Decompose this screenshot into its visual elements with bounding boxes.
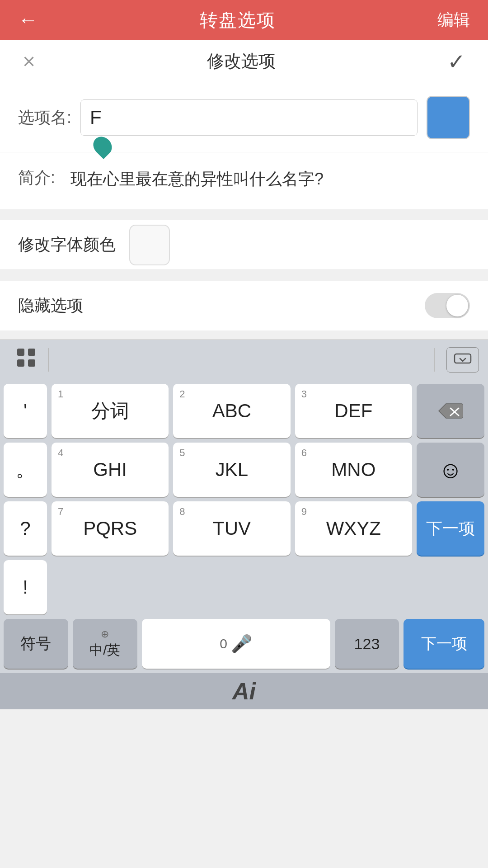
next-bottom-key-label: 下一项 (421, 633, 467, 654)
cursor-indicator (94, 136, 111, 156)
app-header: ← 转盘选项 编辑 (0, 0, 488, 40)
back-button[interactable]: ← (18, 9, 38, 31)
grid-icon[interactable] (9, 344, 43, 376)
kb-key-4[interactable]: 4 GHI (52, 443, 169, 497)
kb-key-3-num: 3 (301, 388, 307, 400)
kb-key-7[interactable]: 7 PQRS (52, 501, 169, 556)
kb-key-9-num: 9 (301, 506, 307, 518)
space-0-label: 0 (220, 636, 227, 651)
kb-key-2[interactable]: 2 ABC (173, 384, 290, 438)
close-button[interactable]: × (23, 49, 35, 74)
punct-exclaim[interactable]: ! (4, 560, 47, 614)
kb-main-row-3: 7 PQRS 8 TUV 9 WXYZ (52, 501, 412, 556)
option-name-row: 选项名: (0, 83, 488, 152)
kb-key-8-label: TUV (213, 518, 251, 539)
font-color-label: 修改字体颜色 (18, 234, 116, 256)
modal-bar: × 修改选项 ✓ (0, 40, 488, 83)
option-name-label: 选项名: (18, 107, 71, 129)
kb-key-1-label: 分词 (91, 398, 129, 424)
lang-key-label: 中/英 (89, 641, 120, 660)
svg-rect-1 (28, 349, 35, 356)
ai-bar: Ai (0, 673, 488, 709)
modal-title: 修改选项 (207, 50, 276, 73)
emoji-key[interactable]: ☺ (417, 443, 484, 497)
num-key[interactable]: 123 (335, 619, 399, 669)
description-text: 现在心里最在意的异性叫什么名字? (70, 167, 324, 191)
next-bottom-key[interactable]: 下一项 (404, 619, 484, 669)
toggle-knob (446, 295, 468, 316)
kb-key-7-label: PQRS (83, 518, 137, 539)
kb-key-3-label: DEF (334, 400, 372, 422)
hide-option-row: 隐藏选项 (0, 281, 488, 330)
keyboard: ' 。 ? ! 1 分词 2 ABC 3 (0, 379, 488, 673)
option-name-input[interactable] (80, 99, 418, 136)
kb-main-row-2: 4 GHI 5 JKL 6 MNO (52, 443, 412, 497)
font-color-row[interactable]: 修改字体颜色 (0, 220, 488, 270)
mic-icon: 🎤 (231, 634, 252, 654)
globe-icon: ⊕ (101, 628, 109, 640)
option-input-wrapper (80, 99, 418, 136)
kb-main-row-1: 1 分词 2 ABC 3 DEF (52, 384, 412, 438)
confirm-button[interactable]: ✓ (447, 49, 465, 74)
svg-rect-3 (28, 359, 35, 367)
keyboard-toolbar (0, 340, 488, 379)
kb-key-2-num: 2 (179, 388, 185, 400)
delete-key[interactable] (417, 384, 484, 438)
punct-comma[interactable]: ' (4, 384, 47, 438)
space-key[interactable]: 0 🎤 (142, 619, 330, 669)
punct-period[interactable]: 。 (4, 443, 47, 497)
kb-key-2-label: ABC (212, 400, 251, 422)
kb-key-9-label: WXYZ (326, 518, 381, 539)
svg-rect-2 (17, 359, 24, 367)
font-color-swatch[interactable] (129, 225, 170, 265)
section-divider-2 (0, 270, 488, 281)
ai-label: Ai (232, 678, 256, 705)
kb-key-5-label: JKL (216, 459, 248, 481)
toolbar-divider-left (48, 348, 49, 372)
kb-bottom-row: 符号 ⊕ 中/英 0 🎤 123 下一项 (4, 619, 484, 673)
kb-key-6-label: MNO (331, 459, 375, 481)
next-key[interactable]: 下一项 (417, 501, 484, 556)
description-label: 简介: (18, 167, 63, 189)
kb-row-1: ' 。 ? ! 1 分词 2 ABC 3 (4, 384, 484, 614)
kb-key-8[interactable]: 8 TUV (173, 501, 290, 556)
kb-key-6[interactable]: 6 MNO (295, 443, 412, 497)
keyboard-dismiss-button[interactable] (446, 347, 479, 373)
sym-key[interactable]: 符号 (4, 619, 68, 669)
kb-key-6-num: 6 (301, 447, 307, 459)
kb-key-9[interactable]: 9 WXYZ (295, 501, 412, 556)
kb-main-grid: 1 分词 2 ABC 3 DEF 4 GHI (52, 384, 412, 614)
kb-key-1[interactable]: 1 分词 (52, 384, 169, 438)
hide-option-label: 隐藏选项 (18, 295, 83, 317)
kb-key-7-num: 7 (58, 506, 63, 518)
sym-key-label: 符号 (20, 633, 51, 654)
lang-key[interactable]: ⊕ 中/英 (73, 619, 137, 669)
color-swatch-blue[interactable] (427, 96, 470, 139)
content-area: 选项名: 简介: 现在心里最在意的异性叫什么名字? 修改字体颜色 隐藏选项 (0, 83, 488, 709)
punct-question[interactable]: ? (4, 501, 47, 556)
kb-key-8-num: 8 (179, 506, 185, 518)
header-title: 转盘选项 (200, 8, 276, 33)
kb-key-3[interactable]: 3 DEF (295, 384, 412, 438)
hide-option-toggle[interactable] (425, 293, 470, 318)
edit-button[interactable]: 编辑 (437, 9, 470, 31)
section-divider-3 (0, 330, 488, 340)
next-key-label: 下一项 (426, 518, 475, 540)
punct-col: ' 。 ? ! (4, 384, 47, 614)
description-row: 简介: 现在心里最在意的异性叫什么名字? (0, 152, 488, 209)
section-divider-1 (0, 209, 488, 220)
svg-rect-0 (17, 349, 24, 356)
toolbar-divider-right (434, 348, 435, 372)
kb-key-1-num: 1 (58, 388, 63, 400)
kb-action-col: ☺ 下一项 (417, 384, 484, 614)
kb-key-4-label: GHI (93, 459, 127, 481)
kb-key-5-num: 5 (179, 447, 185, 459)
kb-key-5[interactable]: 5 JKL (173, 443, 290, 497)
num-key-label: 123 (354, 635, 380, 653)
kb-key-4-num: 4 (58, 447, 63, 459)
